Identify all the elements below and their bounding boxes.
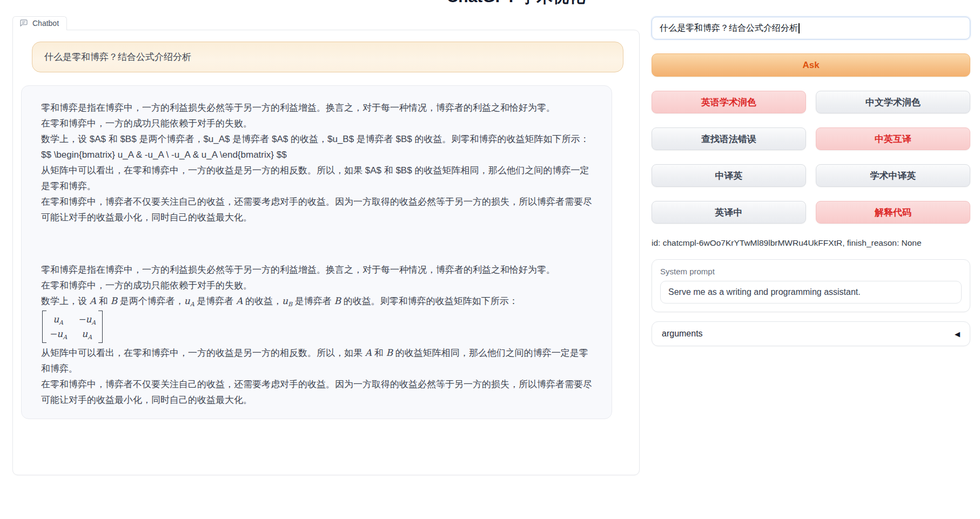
- question-input[interactable]: 什么是零和博弈？结合公式介绍分析: [652, 17, 970, 39]
- matrix-cell: uA: [49, 313, 67, 326]
- quick-button-zh-to-en[interactable]: 中译英: [652, 164, 806, 187]
- text-cursor: [798, 23, 800, 33]
- question-input-value: 什么是零和博弈？结合公式介绍分析: [660, 23, 798, 34]
- bot-math-paragraph: 数学上，设 A 和 B 是两个博弈者，uA 是博弈者 A 的收益，uB 是博弈者…: [41, 293, 592, 309]
- quick-button-explain-code[interactable]: 解释代码: [816, 201, 970, 224]
- chatbot-label: Chatbot: [32, 19, 59, 28]
- matrix-cell: uA: [78, 327, 96, 341]
- page-title: ChatGPT 学术优化: [447, 0, 586, 8]
- bot-paragraph: 在零和博弈中，博弈者不仅要关注自己的收益，还需要考虑对手的收益。因为一方取得的收…: [41, 376, 592, 408]
- arguments-accordion[interactable]: arguments ◀: [652, 321, 970, 346]
- control-column: 什么是零和博弈？结合公式介绍分析 Ask 英语学术润色中文学术润色查找语法错误中…: [652, 17, 970, 346]
- quick-button-en-to-zh[interactable]: 英译中: [652, 201, 806, 224]
- bot-paragraph: 零和博弈是指在博弈中，一方的利益损失必然等于另一方的利益增益。换言之，对于每一种…: [41, 262, 592, 293]
- quick-button-zh-en-mutual-translate[interactable]: 中英互译: [816, 127, 970, 150]
- matrix-cell: −uA: [49, 327, 67, 341]
- quick-button-academic-zh-to-en[interactable]: 学术中译英: [816, 164, 970, 187]
- quick-actions-grid: 英语学术润色中文学术润色查找语法错误中英互译中译英学术中译英英译中解释代码: [652, 91, 970, 224]
- quick-button-chinese-academic-polish[interactable]: 中文学术润色: [816, 91, 970, 113]
- message-gap: [41, 225, 592, 262]
- ask-button[interactable]: Ask: [652, 53, 970, 77]
- chatbot-label-tab: Chatbot: [12, 16, 67, 30]
- quick-button-english-academic-polish[interactable]: 英语学术润色: [652, 91, 806, 113]
- collapse-triangle-icon: ◀: [955, 330, 960, 338]
- arguments-accordion-label: arguments: [662, 329, 703, 339]
- quick-button-find-grammar-errors[interactable]: 查找语法错误: [652, 127, 806, 150]
- bot-message: 零和博弈是指在博弈中，一方的利益损失必然等于另一方的利益增益。换言之，对于每一种…: [21, 85, 612, 419]
- system-prompt-input[interactable]: Serve me as a writing and programming as…: [660, 281, 962, 304]
- system-prompt-group: System prompt Serve me as a writing and …: [652, 259, 970, 312]
- chatbot-column: Chatbot 什么是零和博弈？结合公式介绍分析 零和博弈是指在博弈中，一方的利…: [12, 16, 640, 475]
- user-message: 什么是零和博弈？结合公式介绍分析: [32, 42, 623, 72]
- payoff-matrix: uA−uA−uAuA: [42, 311, 592, 343]
- chatbot-panel[interactable]: 什么是零和博弈？结合公式介绍分析 零和博弈是指在博弈中，一方的利益损失必然等于另…: [12, 30, 640, 475]
- bot-math-paragraph: 从矩阵中可以看出，在零和博弈中，一方的收益是另一方的相反数。所以，如果 A 和 …: [41, 345, 592, 376]
- system-prompt-label: System prompt: [660, 267, 962, 276]
- matrix-cell: −uA: [78, 313, 96, 326]
- bot-paragraph: 零和博弈是指在博弈中，一方的利益损失必然等于另一方的利益增益。换言之，对于每一种…: [41, 100, 592, 225]
- response-id-line: id: chatcmpl-6wOo7KrYTwMl89lbrMWRu4UkFFX…: [652, 238, 970, 248]
- chat-bubble-icon: [19, 19, 28, 28]
